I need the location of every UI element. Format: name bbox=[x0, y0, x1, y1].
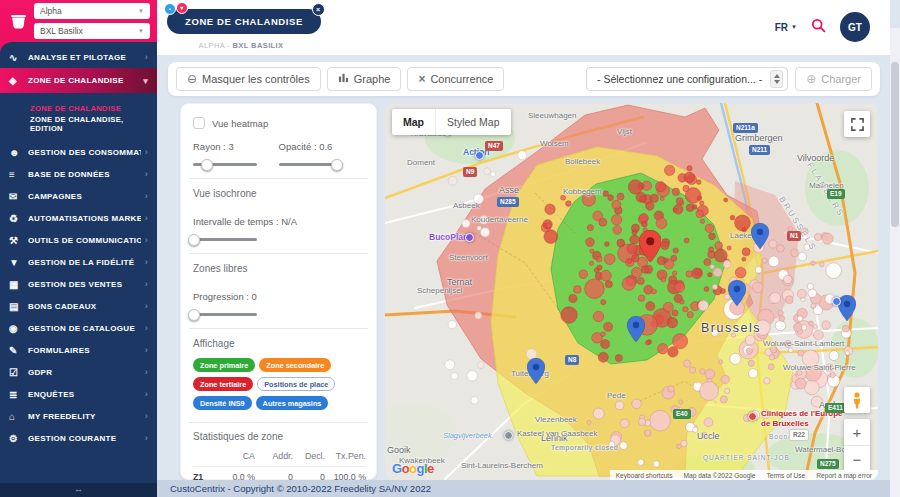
attribution-link[interactable]: Keyboard shortcuts bbox=[616, 472, 673, 479]
store-pin[interactable] bbox=[751, 223, 769, 253]
sidebar-item[interactable]: ▼GESTION DE LA FIDÉLITÉ› bbox=[0, 251, 157, 273]
progression-slider[interactable] bbox=[193, 313, 257, 316]
zoom-out-button[interactable]: − bbox=[844, 445, 870, 472]
store-pin[interactable] bbox=[627, 316, 645, 346]
forms-icon: ✎ bbox=[9, 345, 28, 356]
sidebar-item[interactable]: ≣ENQUÊTES› bbox=[0, 383, 157, 405]
sidebar-item[interactable]: ◈ZONE DE CHALANDISE▾ bbox=[0, 68, 157, 93]
configuration-select[interactable]: - Sélectionnez une configuration... - bbox=[586, 67, 788, 91]
select-stepper-icon bbox=[770, 70, 783, 88]
attribution-link[interactable]: Map data ©2022 Google bbox=[684, 472, 756, 479]
sidebar-item-label: BASE DE DONNÉES bbox=[28, 170, 141, 179]
avatar[interactable]: GT bbox=[840, 12, 870, 42]
sidebar-item-label: GESTION DES CONSOMMATEURS bbox=[28, 148, 141, 157]
layer-pill[interactable]: Zone tertiaire bbox=[193, 377, 253, 391]
hide-controls-button[interactable]: ⊖Masquer les contrôles bbox=[176, 67, 321, 91]
collapse-icon: ↔ bbox=[74, 484, 83, 494]
sidebar-item-label: MY FREEDELITY bbox=[28, 412, 141, 421]
chevron-icon: › bbox=[145, 257, 148, 267]
sidebar-item[interactable]: ♻AUTOMATISATIONS MARKETING› bbox=[0, 207, 157, 229]
sidebar-item[interactable]: ⌂MY FREEDELITY› bbox=[0, 405, 157, 427]
layer-pill[interactable]: Zone secondaire bbox=[259, 358, 331, 372]
workspace-header: Alpha▼ BXL Basilix▼ bbox=[0, 0, 157, 42]
layer-pill[interactable]: Positions de place bbox=[257, 377, 335, 391]
layer-pill[interactable]: Densité INS9 bbox=[193, 396, 252, 410]
sidebar-item[interactable]: ✎FORMULAIRES› bbox=[0, 339, 157, 361]
language-dropdown[interactable]: FR▼ bbox=[775, 22, 797, 33]
fullscreen-button[interactable] bbox=[844, 111, 870, 137]
sidebar-subitem[interactable]: ZONE DE CHALANDISE, EDITION bbox=[0, 116, 157, 132]
attribution-link[interactable]: Terms of Use bbox=[766, 472, 805, 479]
graph-button[interactable]: Graphe bbox=[327, 67, 402, 91]
environment-select[interactable]: Alpha▼ bbox=[34, 3, 150, 19]
catchment-icon: ◈ bbox=[9, 75, 28, 86]
stats-column-header: Addr. bbox=[255, 448, 293, 467]
tab-close-icon[interactable]: × bbox=[312, 3, 325, 16]
cross-swords-icon: × bbox=[418, 72, 425, 86]
map-tab-map[interactable]: Map bbox=[392, 109, 435, 135]
sidebar-item[interactable]: ≡BASE DE DONNÉES› bbox=[0, 163, 157, 185]
sidebar-item[interactable]: ⚙GESTION COURANTE› bbox=[0, 427, 157, 449]
radius-slider-thumb[interactable] bbox=[201, 159, 213, 171]
competition-button[interactable]: ×Concurrence bbox=[407, 67, 504, 91]
heatmap-checkbox[interactable] bbox=[193, 117, 205, 129]
sidebar-item[interactable]: ☻GESTION DES CONSOMMATEURS› bbox=[0, 141, 157, 163]
chevron-icon: › bbox=[145, 367, 148, 377]
gifts-icon: ▤ bbox=[9, 301, 28, 312]
interval-slider[interactable] bbox=[193, 238, 257, 241]
store-select[interactable]: BXL Basilix▼ bbox=[34, 23, 150, 39]
poi-bucoplant[interactable] bbox=[465, 233, 474, 242]
page-scrollbar[interactable] bbox=[890, 28, 900, 497]
store-pin[interactable] bbox=[527, 358, 545, 388]
store-pin[interactable] bbox=[728, 280, 746, 310]
pegman-icon bbox=[851, 392, 863, 409]
layer-pill[interactable]: Zone primaire bbox=[193, 358, 255, 372]
chevron-icon: › bbox=[145, 191, 148, 201]
radius-slider[interactable] bbox=[193, 163, 257, 166]
chevron-icon: › bbox=[145, 301, 148, 311]
attribution-link[interactable]: Report a map error bbox=[816, 472, 872, 479]
opacity-slider[interactable] bbox=[279, 163, 343, 166]
sidebar-item[interactable]: ▦GESTION DES VENTES› bbox=[0, 273, 157, 295]
sidebar-item[interactable]: ✉CAMPAGNES› bbox=[0, 185, 157, 207]
pegman-control[interactable] bbox=[844, 387, 870, 413]
interval-slider-thumb[interactable] bbox=[188, 234, 200, 246]
loyalty-icon: ▼ bbox=[9, 257, 28, 268]
zoom-in-button[interactable]: + bbox=[844, 419, 870, 445]
poi-shopping[interactable] bbox=[832, 297, 841, 306]
chevron-icon: › bbox=[145, 52, 148, 62]
tab-zone-de-chalandise[interactable]: • ♥ ZONE DE CHALANDISE × bbox=[167, 9, 321, 34]
google-logo[interactable]: Google bbox=[392, 461, 434, 476]
poi-hospital[interactable] bbox=[748, 412, 757, 421]
sidebar-subitem[interactable]: ZONE DE CHALANDISE bbox=[0, 100, 157, 116]
sidebar-item[interactable]: ∿ANALYSE ET PILOTAGE› bbox=[0, 46, 157, 68]
poi-castle[interactable] bbox=[504, 431, 513, 440]
progression-slider-thumb[interactable] bbox=[188, 309, 200, 321]
sidebar-item[interactable]: ◉GESTION DE CATALOGUE› bbox=[0, 317, 157, 339]
topbar: • ♥ ZONE DE CHALANDISE × ALPHA - BXL BAS… bbox=[157, 0, 890, 55]
breadcrumb: ALPHA - BXL BASILIX bbox=[161, 41, 321, 50]
map-tab-styled-map[interactable]: Styled Map bbox=[435, 109, 511, 135]
search-icon[interactable] bbox=[811, 18, 826, 37]
poi-action[interactable] bbox=[475, 151, 484, 160]
scrollbar-thumb[interactable] bbox=[891, 62, 899, 227]
sidebar-item[interactable]: ☑GDPR› bbox=[0, 361, 157, 383]
chevron-icon: › bbox=[145, 213, 148, 223]
interval-label: Intervalle de temps : N/A bbox=[193, 216, 364, 227]
sidebar-submenu: ZONE DE CHALANDISEZONE DE CHALANDISE, ED… bbox=[0, 93, 157, 141]
catchment-map[interactable]: SleeuwhagenKravaalbosVijstDomentActionWo… bbox=[385, 103, 878, 480]
google-logo-letter: o bbox=[409, 461, 416, 476]
store-pin[interactable] bbox=[838, 295, 856, 325]
heatmap-label: Vue heatmap bbox=[212, 118, 268, 129]
sidebar: Alpha▼ BXL Basilix▼ ∿ANALYSE ET PILOTAGE… bbox=[0, 0, 157, 497]
chevron-icon: › bbox=[145, 411, 148, 421]
layer-pill[interactable]: Autres magasins bbox=[256, 396, 329, 410]
sidebar-collapse[interactable]: ↔ bbox=[0, 483, 157, 497]
selected-store-pin[interactable] bbox=[639, 230, 662, 267]
opacity-slider-thumb[interactable] bbox=[331, 159, 343, 171]
management-icon: ⚙ bbox=[9, 433, 28, 444]
sidebar-item[interactable]: ▤BONS CADEAUX› bbox=[0, 295, 157, 317]
tools-icon: ⚒ bbox=[9, 235, 28, 246]
sidebar-item[interactable]: ⚒OUTILS DE COMMUNICATION› bbox=[0, 229, 157, 251]
load-button[interactable]: ⊕Charger bbox=[795, 67, 872, 91]
